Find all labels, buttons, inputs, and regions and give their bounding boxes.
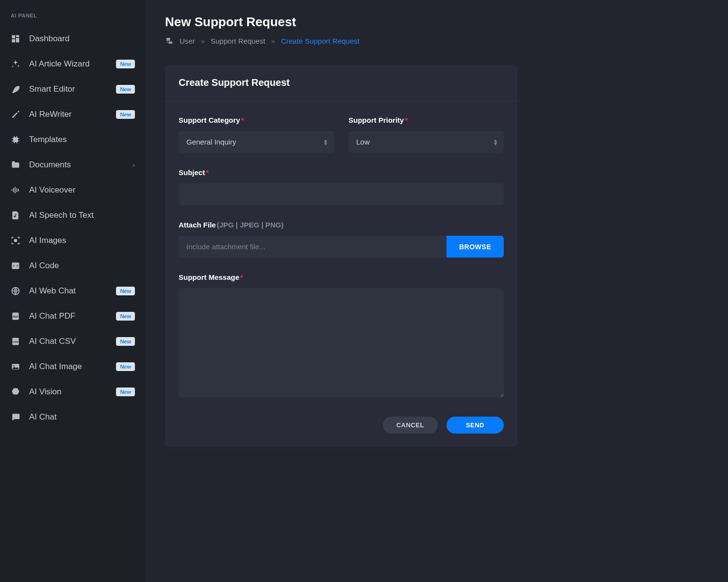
- required-indicator: *: [405, 116, 408, 124]
- scan-icon: [11, 236, 20, 245]
- sidebar-item-ai-vision[interactable]: AI VisionNew: [7, 379, 139, 404]
- breadcrumb-separator: »: [201, 37, 205, 45]
- support-request-card: Create Support Request Support Category*…: [165, 65, 517, 447]
- breadcrumb-item[interactable]: Support Request: [211, 37, 265, 45]
- sidebar-item-label: Documents: [29, 160, 124, 170]
- chevron-right-icon: ›: [132, 161, 135, 169]
- sidebar-item-ai-images[interactable]: AI Images: [7, 228, 139, 253]
- feather-icon: [11, 84, 20, 94]
- category-select[interactable]: General Inquiry: [179, 131, 334, 153]
- sidebar-item-label: AI Chat: [29, 412, 135, 422]
- attach-hint: (JPG | JPEG | PNG): [217, 221, 284, 229]
- csv-icon: CSV: [11, 337, 20, 346]
- sidebar-item-ai-speech-to-text[interactable]: AI Speech to Text: [7, 203, 139, 228]
- browse-button[interactable]: BROWSE: [447, 236, 504, 258]
- svg-rect-6: [13, 188, 14, 192]
- attachment-input[interactable]: [179, 236, 447, 258]
- new-badge: New: [116, 388, 135, 396]
- new-badge: New: [116, 60, 135, 68]
- priority-label: Support Priority: [348, 116, 404, 124]
- sidebar-item-ai-chat-pdf[interactable]: PDFAI Chat PDFNew: [7, 304, 139, 329]
- svg-rect-9: [18, 189, 19, 192]
- svg-rect-5: [12, 189, 13, 191]
- globe-icon: [11, 286, 20, 296]
- svg-text:PDF: PDF: [13, 315, 18, 318]
- sidebar-item-label: AI Speech to Text: [29, 210, 135, 220]
- sidebar-item-label: AI Article Wizard: [29, 59, 107, 69]
- subject-label: Subject: [179, 168, 205, 177]
- sidebar-item-label: Dashboard: [29, 34, 135, 44]
- sidebar-item-ai-chat[interactable]: AI Chat: [7, 404, 139, 430]
- breadcrumb-item[interactable]: User: [180, 37, 195, 45]
- sidebar-item-ai-chat-csv[interactable]: CSVAI Chat CSVNew: [7, 329, 139, 354]
- page-title: New Support Request: [165, 15, 709, 30]
- sidebar-item-ai-voiceover[interactable]: AI Voiceover: [7, 178, 139, 203]
- priority-select[interactable]: Low: [348, 131, 504, 153]
- send-button[interactable]: SEND: [447, 417, 504, 434]
- sidebar-item-documents[interactable]: Documents›: [7, 152, 139, 178]
- attach-label: Attach File: [179, 221, 216, 229]
- code-icon: [11, 261, 20, 271]
- new-badge: New: [116, 110, 135, 119]
- sidebar-item-label: Smart Editor: [29, 84, 107, 94]
- svg-rect-1: [16, 35, 19, 37]
- sidebar-nav: DashboardAI Article WizardNewSmart Edito…: [7, 26, 139, 430]
- sidebar-item-label: AI Chat PDF: [29, 311, 107, 321]
- folder-icon: [11, 160, 20, 170]
- sidebar-item-label: AI Images: [29, 236, 135, 245]
- message-textarea[interactable]: [179, 288, 504, 397]
- main-content: New Support Request User » Support Reque…: [146, 0, 728, 582]
- sidebar: AI PANEL DashboardAI Article WizardNewSm…: [0, 0, 146, 582]
- chip-icon: [11, 135, 20, 145]
- brain-icon: [11, 387, 20, 397]
- sidebar-item-label: AI ReWriter: [29, 110, 107, 119]
- new-badge: New: [116, 337, 135, 346]
- image-icon: [11, 362, 20, 372]
- svg-rect-3: [12, 39, 16, 43]
- sidebar-item-label: AI Chat Image: [29, 362, 107, 372]
- sidebar-item-label: Templates: [29, 135, 135, 145]
- sidebar-item-label: AI Voiceover: [29, 185, 135, 195]
- sidebar-item-label: AI Web Chat: [29, 286, 107, 296]
- new-badge: New: [116, 362, 135, 371]
- sidebar-item-dashboard[interactable]: Dashboard: [7, 26, 139, 51]
- svg-rect-0: [12, 35, 16, 39]
- subject-input[interactable]: [179, 183, 504, 205]
- chat-icon: [11, 412, 20, 422]
- required-indicator: *: [206, 168, 209, 177]
- sidebar-item-label: AI Chat CSV: [29, 337, 107, 346]
- breadcrumb-separator: »: [271, 37, 275, 45]
- sidebar-item-templates[interactable]: Templates: [7, 127, 139, 152]
- svg-rect-12: [12, 262, 19, 269]
- category-label: Support Category: [179, 116, 240, 124]
- cancel-button[interactable]: CANCEL: [383, 417, 438, 434]
- sidebar-item-ai-code[interactable]: AI Code: [7, 253, 139, 278]
- svg-text:CSV: CSV: [13, 340, 18, 343]
- breadcrumb-item-active: Create Support Request: [281, 37, 360, 45]
- svg-rect-8: [17, 188, 17, 192]
- pen-icon: [11, 110, 20, 119]
- sidebar-title: AI PANEL: [7, 10, 139, 26]
- sidebar-item-ai-chat-image[interactable]: AI Chat ImageNew: [7, 354, 139, 379]
- sidebar-item-ai-web-chat[interactable]: AI Web ChatNew: [7, 278, 139, 304]
- sidebar-item-label: AI Vision: [29, 387, 107, 397]
- breadcrumb-icon: [165, 36, 174, 45]
- sidebar-item-label: AI Code: [29, 261, 135, 271]
- svg-rect-2: [16, 38, 19, 42]
- svg-point-11: [15, 240, 17, 242]
- card-title: Create Support Request: [165, 65, 517, 101]
- svg-rect-4: [13, 137, 18, 142]
- sidebar-item-smart-editor[interactable]: Smart EditorNew: [7, 77, 139, 102]
- new-badge: New: [116, 312, 135, 321]
- sidebar-item-ai-rewriter[interactable]: AI ReWriterNew: [7, 102, 139, 127]
- sidebar-item-ai-article-wizard[interactable]: AI Article WizardNew: [7, 51, 139, 77]
- svg-rect-7: [15, 187, 16, 193]
- card-body: Support Category* General Inquiry ▴▾ Sup…: [165, 101, 517, 447]
- waveform-icon: [11, 185, 20, 195]
- required-indicator: *: [241, 116, 244, 124]
- sparkles-icon: [11, 59, 20, 69]
- required-indicator: *: [240, 273, 243, 281]
- music-file-icon: [11, 210, 20, 220]
- new-badge: New: [116, 287, 135, 295]
- message-label: Support Message: [179, 273, 239, 281]
